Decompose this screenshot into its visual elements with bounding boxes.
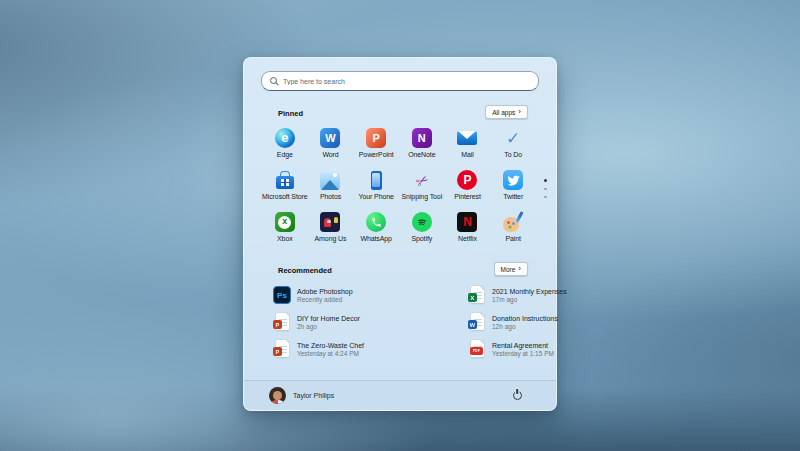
desktop-wallpaper: Pinned All apps › e Edge W Word P PowerP… bbox=[0, 0, 800, 451]
start-menu-panel: Pinned All apps › e Edge W Word P PowerP… bbox=[243, 57, 557, 411]
pinned-app-netflix[interactable]: N Netflix bbox=[445, 210, 491, 246]
recommended-item-title: DIY for Home Decor bbox=[297, 315, 360, 322]
power-icon bbox=[513, 391, 522, 400]
pinned-app-spotify[interactable]: Spotify bbox=[399, 210, 445, 246]
page-dot-1[interactable] bbox=[544, 179, 547, 182]
whatsapp-icon bbox=[364, 210, 388, 234]
app-label: PowerPoint bbox=[359, 151, 394, 158]
pinned-app-photos[interactable]: Photos bbox=[308, 168, 354, 204]
page-indicator bbox=[544, 179, 547, 198]
app-label: Microsoft Store bbox=[262, 193, 308, 200]
pinned-app-xbox[interactable]: x Xbox bbox=[262, 210, 308, 246]
search-icon bbox=[270, 77, 278, 85]
recommended-item-diy-for-home-decor[interactable]: P DIY for Home Decor 2h ago bbox=[273, 311, 468, 333]
app-label: Word bbox=[322, 151, 338, 158]
avatar bbox=[269, 387, 286, 404]
twitter-icon bbox=[501, 168, 525, 192]
photos-icon bbox=[318, 168, 342, 192]
powerpoint-icon: P bbox=[364, 126, 388, 150]
app-label: Pinterest bbox=[454, 193, 481, 200]
recommended-item-subtitle: Yesterday at 4:24 PM bbox=[297, 350, 364, 357]
mail-icon bbox=[455, 126, 479, 150]
recommended-item-subtitle: 2h ago bbox=[297, 323, 360, 330]
recommended-item-title: Donation Instructions bbox=[492, 315, 558, 322]
pinned-app-snipping-tool[interactable]: ✂ Snipping Tool bbox=[399, 168, 445, 204]
pinned-app-your-phone[interactable]: Your Phone bbox=[353, 168, 399, 204]
pinterest-icon: P bbox=[455, 168, 479, 192]
pinned-app-powerpoint[interactable]: P PowerPoint bbox=[353, 126, 399, 162]
app-label: Netflix bbox=[458, 235, 477, 242]
chevron-right-icon: › bbox=[518, 109, 521, 115]
app-label: Mail bbox=[461, 151, 473, 158]
spotify-icon bbox=[410, 210, 434, 234]
chevron-right-icon: › bbox=[518, 266, 521, 272]
power-button[interactable] bbox=[508, 387, 526, 405]
recommended-item-subtitle: 17m ago bbox=[492, 296, 567, 303]
recommended-item-subtitle: Recently added bbox=[297, 296, 353, 303]
recommended-item-adobe-photoshop[interactable]: Ps Adobe Photoshop Recently added bbox=[273, 284, 468, 306]
word-file-icon: W bbox=[468, 311, 486, 333]
recommended-title: Recommended bbox=[278, 266, 332, 275]
powerpoint-file-icon: P bbox=[273, 311, 291, 333]
your-phone-icon bbox=[364, 168, 388, 192]
app-label: Among Us bbox=[315, 235, 347, 242]
search-input[interactable] bbox=[283, 78, 530, 85]
recommended-item-subtitle: Yesterday at 1:15 PM bbox=[492, 350, 554, 357]
user-name: Taylor Philips bbox=[293, 392, 334, 399]
pinned-app-word[interactable]: W Word bbox=[308, 126, 354, 162]
search-box[interactable] bbox=[261, 71, 539, 91]
recommended-item-title: The Zero-Waste Chef bbox=[297, 342, 364, 349]
pinned-app-among-us[interactable]: Among Us bbox=[308, 210, 354, 246]
onenote-icon: N bbox=[410, 126, 434, 150]
more-button[interactable]: More › bbox=[494, 262, 528, 276]
recommended-item-rental-agreement[interactable]: PDF Rental Agreement Yesterday at 1:15 P… bbox=[468, 338, 567, 360]
recommended-item-donation-instructions[interactable]: W Donation Instructions 12h ago bbox=[468, 311, 567, 333]
recommended-item-2021-monthly-expenses[interactable]: X 2021 Monthly Expenses 17m ago bbox=[468, 284, 567, 306]
app-label: Snipping Tool bbox=[402, 193, 443, 200]
paint-icon bbox=[501, 210, 525, 234]
recommended-item-subtitle: 12h ago bbox=[492, 323, 558, 330]
microsoft-store-icon bbox=[273, 168, 297, 192]
pinned-app-microsoft-store[interactable]: Microsoft Store bbox=[262, 168, 308, 204]
photoshop-icon: Ps bbox=[273, 286, 291, 304]
pinned-app-edge[interactable]: e Edge bbox=[262, 126, 308, 162]
app-label: Paint bbox=[505, 235, 520, 242]
pinned-app-onenote[interactable]: N OneNote bbox=[399, 126, 445, 162]
pinned-app-to-do[interactable]: ✓ To Do bbox=[490, 126, 536, 162]
xbox-icon: x bbox=[273, 210, 297, 234]
app-label: WhatsApp bbox=[360, 235, 392, 242]
page-dot-3[interactable] bbox=[544, 196, 547, 199]
powerpoint-file-icon: P bbox=[273, 338, 291, 360]
app-label: Xbox bbox=[277, 235, 293, 242]
app-label: To Do bbox=[504, 151, 522, 158]
among-us-icon bbox=[318, 210, 342, 234]
pinned-app-pinterest[interactable]: P Pinterest bbox=[445, 168, 491, 204]
pinned-app-mail[interactable]: Mail bbox=[445, 126, 491, 162]
app-label: Spotify bbox=[411, 235, 432, 242]
recommended-item-title: Adobe Photoshop bbox=[297, 288, 353, 295]
pinned-title: Pinned bbox=[278, 109, 303, 118]
app-label: OneNote bbox=[408, 151, 435, 158]
recommended-grid: Ps Adobe Photoshop Recently added X 2021… bbox=[273, 284, 544, 360]
to-do-icon: ✓ bbox=[501, 126, 525, 150]
word-icon: W bbox=[318, 126, 342, 150]
pinned-app-whatsapp[interactable]: WhatsApp bbox=[353, 210, 399, 246]
recommended-item-the-zero-waste-chef[interactable]: P The Zero-Waste Chef Yesterday at 4:24 … bbox=[273, 338, 468, 360]
pinned-app-paint[interactable]: Paint bbox=[490, 210, 536, 246]
pdf-file-icon: PDF bbox=[468, 338, 486, 360]
user-bar: Taylor Philips bbox=[244, 380, 556, 410]
snipping-tool-icon: ✂ bbox=[410, 168, 434, 192]
app-label: Your Phone bbox=[358, 193, 393, 200]
app-label: Photos bbox=[320, 193, 341, 200]
page-dot-2[interactable] bbox=[544, 188, 547, 191]
excel-file-icon: X bbox=[468, 284, 486, 306]
app-label: Twitter bbox=[503, 193, 523, 200]
app-label: Edge bbox=[277, 151, 293, 158]
user-profile-button[interactable]: Taylor Philips bbox=[269, 387, 334, 404]
pinned-apps-grid: e Edge W Word P PowerPoint N OneNote Mai… bbox=[262, 126, 536, 246]
all-apps-label: All apps bbox=[492, 109, 515, 116]
all-apps-button[interactable]: All apps › bbox=[485, 105, 528, 119]
recommended-item-title: 2021 Monthly Expenses bbox=[492, 288, 567, 295]
pinned-app-twitter[interactable]: Twitter bbox=[490, 168, 536, 204]
edge-icon: e bbox=[273, 126, 297, 150]
